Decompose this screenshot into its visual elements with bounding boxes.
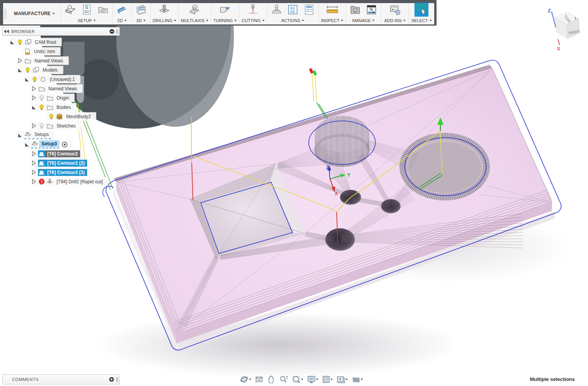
- viewcube[interactable]: Z TOP RIGHT X: [548, 8, 580, 52]
- display-settings-button[interactable]: [306, 374, 320, 384]
- browser-row-meshbody[interactable]: MeshBody2: [46, 112, 96, 121]
- chevron-down-icon[interactable]: [430, 20, 432, 21]
- simulate-button[interactable]: [269, 2, 284, 18]
- expander-collapsed-icon[interactable]: [31, 179, 38, 184]
- browser-row-cam-root[interactable]: CAM Root: [9, 38, 62, 46]
- post-process-button[interactable]: G1 G2: [285, 2, 301, 18]
- browser-row-drill2[interactable]: ! [T94] Drill2 [Rapid out]: [30, 177, 108, 186]
- browser-row-setup3[interactable]: Setup3: [23, 140, 72, 148]
- browser-row-unsaved-doc[interactable]: (Unsaved):1: [23, 75, 80, 83]
- panel-drag-handle[interactable]: [116, 28, 119, 34]
- workspace-switcher[interactable]: MANUFACTURE: [8, 3, 61, 24]
- turning-button[interactable]: [217, 2, 233, 18]
- chevron-down-icon[interactable]: [143, 20, 146, 21]
- visibility-bulb-off-icon[interactable]: [38, 122, 45, 129]
- new-setup-button[interactable]: [63, 2, 78, 18]
- browser-row-named-views-2[interactable]: Named Views: [30, 84, 83, 93]
- zoom-window-button[interactable]: [291, 374, 304, 384]
- chevron-down-icon[interactable]: [302, 20, 304, 21]
- browser-row-setups[interactable]: Setups: [16, 131, 54, 139]
- chevron-down-icon[interactable]: [330, 379, 333, 380]
- chevron-down-icon[interactable]: [316, 379, 318, 380]
- expander-collapsed-icon[interactable]: [31, 95, 38, 101]
- viewports-button[interactable]: [335, 374, 349, 384]
- browser-row-contour2-2[interactable]: [T6] Contour2 (2): [30, 159, 90, 167]
- expander-collapsed-icon[interactable]: [31, 169, 38, 175]
- grid-snaps-button[interactable]: [321, 374, 334, 384]
- measure-button[interactable]: [325, 2, 340, 18]
- browser-row-origin[interactable]: Origin: [30, 94, 74, 102]
- browser-row-bodies[interactable]: Bodies: [30, 103, 76, 111]
- expander-expanded-icon[interactable]: [24, 76, 31, 82]
- zoom-button[interactable]: [278, 374, 289, 384]
- chevron-down-icon[interactable]: [403, 20, 406, 21]
- browser-row-contour2-3[interactable]: [T6] Contour2 (3): [30, 168, 90, 176]
- 2d-pocket-icon: [116, 4, 128, 16]
- visibility-bulb-on-icon[interactable]: [24, 67, 31, 74]
- toolbar-grip[interactable]: [3, 3, 8, 24]
- expander-expanded-icon[interactable]: [17, 132, 24, 138]
- select-button[interactable]: [414, 2, 429, 18]
- expander-expanded-icon[interactable]: [17, 67, 24, 73]
- visibility-bulb-on-icon[interactable]: [48, 113, 55, 120]
- expander-collapsed-icon[interactable]: [31, 86, 38, 91]
- workspace-label[interactable]: MANUFACTURE: [14, 11, 51, 16]
- chevron-down-icon[interactable]: [93, 20, 96, 21]
- browser-row-models[interactable]: Models: [16, 66, 63, 74]
- tool-library-button[interactable]: [347, 2, 363, 18]
- chevron-down-icon[interactable]: [124, 20, 127, 21]
- remove-panel-icon[interactable]: [109, 28, 115, 34]
- setup-sheet-button[interactable]: [301, 2, 317, 18]
- expander-collapsed-icon[interactable]: [31, 160, 38, 166]
- expander-expanded-icon[interactable]: [10, 39, 16, 45]
- chevron-down-icon[interactable]: [262, 20, 265, 21]
- scripts-addins-button[interactable]: >-: [387, 2, 403, 18]
- chevron-down-icon[interactable]: [361, 379, 363, 380]
- active-setup-radio-icon[interactable]: [61, 141, 68, 148]
- browser-row-sketches[interactable]: Sketches: [30, 122, 81, 130]
- expander-expanded-icon[interactable]: [31, 104, 38, 110]
- chevron-down-icon[interactable]: [372, 20, 375, 21]
- visibility-bulb-on-icon[interactable]: [38, 104, 45, 111]
- drilling-button[interactable]: [156, 2, 172, 18]
- machining-time-button[interactable]: %: [364, 2, 379, 18]
- browser-header[interactable]: BROWSER: [2, 27, 120, 36]
- new-folder-button[interactable]: [95, 2, 111, 18]
- expander-collapsed-icon[interactable]: [17, 58, 24, 64]
- display-settings-icon: [307, 375, 316, 384]
- visibility-bulb-on-icon[interactable]: [16, 39, 24, 46]
- multi-axis-icon: [189, 4, 200, 16]
- panel-drag-handle[interactable]: [116, 376, 119, 383]
- browser-row-units[interactable]: Units: mm: [22, 47, 60, 55]
- chevron-down-icon[interactable]: [301, 379, 303, 380]
- chevron-down-icon[interactable]: [249, 379, 251, 380]
- collapse-panel-icon[interactable]: [3, 29, 11, 34]
- expander-collapsed-icon[interactable]: [31, 151, 38, 157]
- expander-expanded-icon[interactable]: [24, 141, 31, 147]
- multi-axis-button[interactable]: [187, 2, 202, 18]
- cutting-button[interactable]: [245, 2, 261, 18]
- browser-row-named-views[interactable]: Named Views: [16, 57, 69, 65]
- steps-button[interactable]: [350, 374, 364, 384]
- chevron-down-icon[interactable]: [234, 20, 237, 21]
- chevron-down-icon[interactable]: [174, 20, 176, 21]
- chevron-down-icon[interactable]: [341, 20, 343, 21]
- chevron-down-icon[interactable]: [346, 379, 348, 380]
- look-at-button[interactable]: [254, 374, 265, 384]
- add-comment-icon[interactable]: [108, 376, 115, 383]
- comments-panel[interactable]: COMMENTS: [2, 374, 120, 384]
- chevron-down-icon[interactable]: [206, 20, 208, 21]
- 3d-milling-button[interactable]: [133, 2, 149, 18]
- group-inspect: INSPECT: [318, 3, 346, 24]
- ncprogram-button[interactable]: G: [79, 2, 95, 18]
- expander-collapsed-icon[interactable]: [31, 123, 38, 129]
- visibility-bulb-on-icon[interactable]: [31, 76, 38, 83]
- pan-button[interactable]: [266, 374, 277, 384]
- 2d-milling-button[interactable]: [114, 2, 130, 18]
- orbit-button[interactable]: [239, 374, 253, 384]
- cutting-icon: [247, 4, 259, 16]
- group-2d: 2D: [112, 3, 131, 24]
- viewcube-z-label: Z: [548, 8, 551, 14]
- browser-row-contour2[interactable]: [T6] Contour2: [30, 150, 83, 158]
- visibility-bulb-off-icon[interactable]: [38, 95, 45, 102]
